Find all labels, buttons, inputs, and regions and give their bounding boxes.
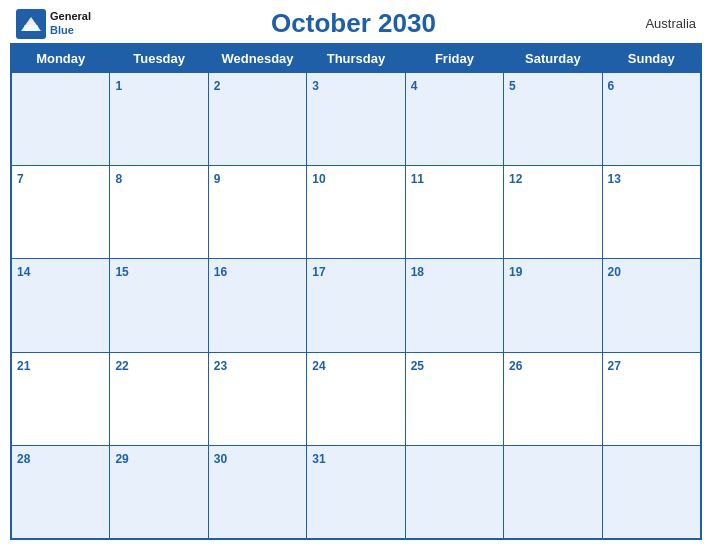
week-row-4: 21 22 23 24 25 26 27 (12, 352, 701, 445)
week-row-3: 14 15 16 17 18 19 20 (12, 259, 701, 352)
calendar-body: 1 2 3 4 5 6 7 8 9 10 11 12 13 (12, 73, 701, 539)
col-wednesday: Wednesday (208, 45, 306, 73)
day-cell: 13 (602, 166, 700, 259)
logo-general: General (50, 10, 91, 23)
day-cell: 22 (110, 352, 208, 445)
col-friday: Friday (405, 45, 503, 73)
title-area: October 2030 (91, 8, 616, 39)
day-cell (12, 73, 110, 166)
col-monday: Monday (12, 45, 110, 73)
calendar-container: Monday Tuesday Wednesday Thursday Friday… (10, 43, 702, 540)
day-cell: 3 (307, 73, 405, 166)
col-thursday: Thursday (307, 45, 405, 73)
logo-blue: Blue (50, 24, 91, 37)
day-cell: 11 (405, 166, 503, 259)
day-cell: 28 (12, 445, 110, 538)
day-cell: 30 (208, 445, 306, 538)
day-cell: 17 (307, 259, 405, 352)
day-cell: 20 (602, 259, 700, 352)
day-cell: 27 (602, 352, 700, 445)
day-cell: 16 (208, 259, 306, 352)
calendar-table: Monday Tuesday Wednesday Thursday Friday… (11, 44, 701, 539)
day-cell (405, 445, 503, 538)
day-cell: 7 (12, 166, 110, 259)
day-cell: 8 (110, 166, 208, 259)
day-cell: 26 (504, 352, 602, 445)
svg-rect-2 (24, 25, 38, 31)
day-cell: 10 (307, 166, 405, 259)
calendar-header-row: Monday Tuesday Wednesday Thursday Friday… (12, 45, 701, 73)
calendar-page: General Blue October 2030 Australia Mond… (0, 0, 712, 550)
logo: General Blue (16, 9, 91, 39)
day-cell: 14 (12, 259, 110, 352)
day-cell: 21 (12, 352, 110, 445)
day-cell: 1 (110, 73, 208, 166)
day-cell: 5 (504, 73, 602, 166)
day-cell: 29 (110, 445, 208, 538)
day-cell: 23 (208, 352, 306, 445)
col-saturday: Saturday (504, 45, 602, 73)
logo-icon (16, 9, 46, 39)
day-cell: 12 (504, 166, 602, 259)
day-cell: 19 (504, 259, 602, 352)
calendar-header: General Blue October 2030 Australia (0, 0, 712, 43)
day-cell: 6 (602, 73, 700, 166)
day-cell (602, 445, 700, 538)
country-label: Australia (616, 16, 696, 31)
day-cell: 9 (208, 166, 306, 259)
day-cell: 31 (307, 445, 405, 538)
day-cell (504, 445, 602, 538)
day-cell: 25 (405, 352, 503, 445)
calendar-title: October 2030 (271, 8, 436, 38)
day-cell: 2 (208, 73, 306, 166)
day-cell: 4 (405, 73, 503, 166)
day-cell: 24 (307, 352, 405, 445)
day-cell: 18 (405, 259, 503, 352)
day-cell: 15 (110, 259, 208, 352)
week-row-2: 7 8 9 10 11 12 13 (12, 166, 701, 259)
col-sunday: Sunday (602, 45, 700, 73)
col-tuesday: Tuesday (110, 45, 208, 73)
weekday-header-row: Monday Tuesday Wednesday Thursday Friday… (12, 45, 701, 73)
week-row-5: 28 29 30 31 (12, 445, 701, 538)
week-row-1: 1 2 3 4 5 6 (12, 73, 701, 166)
